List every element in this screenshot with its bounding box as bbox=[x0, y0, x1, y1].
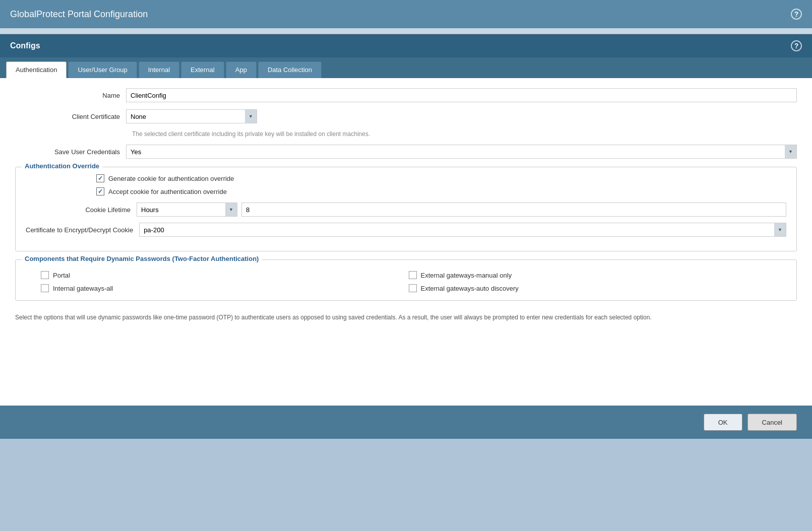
tab-bar: Authentication User/User Group Internal … bbox=[0, 57, 812, 78]
cert-encrypt-row: Certificate to Encrypt/Decrypt Cookie pa… bbox=[26, 223, 786, 237]
external-auto-row: External gateways-auto discovery bbox=[409, 284, 772, 292]
tab-external[interactable]: External bbox=[181, 61, 224, 78]
cert-encrypt-label: Certificate to Encrypt/Decrypt Cookie bbox=[26, 226, 139, 234]
dynamic-passwords-grid: Portal External gateways-manual only Int… bbox=[26, 271, 786, 292]
dialog-footer: OK Cancel bbox=[0, 406, 812, 439]
accept-cookie-label: Accept cookie for authentication overrid… bbox=[108, 188, 227, 195]
internal-gateways-label: Internal gateways-all bbox=[53, 285, 113, 292]
cancel-button[interactable]: Cancel bbox=[747, 414, 797, 431]
external-auto-checkbox[interactable] bbox=[409, 284, 417, 292]
dynamic-passwords-section: Components that Require Dynamic Password… bbox=[15, 259, 797, 301]
external-manual-row: External gateways-manual only bbox=[409, 271, 772, 279]
app-title: GlobalProtect Portal Configuration bbox=[10, 9, 148, 20]
save-user-cred-row: Save User Credentials Yes No bbox=[15, 145, 797, 159]
client-cert-select[interactable]: None bbox=[126, 109, 257, 123]
external-manual-label: External gateways-manual only bbox=[421, 272, 512, 279]
cert-encrypt-select[interactable]: pa-200 bbox=[139, 223, 786, 237]
title-help-icon[interactable]: ? bbox=[791, 9, 802, 20]
cookie-unit-select[interactable]: Hours Minutes Days bbox=[137, 203, 237, 217]
external-manual-checkbox[interactable] bbox=[409, 271, 417, 279]
tab-data-collection[interactable]: Data Collection bbox=[258, 61, 322, 78]
save-user-cred-select[interactable]: Yes No bbox=[126, 145, 797, 159]
save-user-cred-control: Yes No bbox=[126, 145, 797, 159]
cert-encrypt-control: pa-200 bbox=[139, 223, 786, 237]
ok-button[interactable]: OK bbox=[704, 414, 742, 431]
accept-cookie-row: Accept cookie for authentication overrid… bbox=[96, 187, 786, 195]
cookie-lifetime-label: Cookie Lifetime bbox=[26, 206, 137, 214]
configs-header: Configs ? bbox=[0, 34, 812, 57]
name-control bbox=[126, 88, 797, 102]
external-auto-label: External gateways-auto discovery bbox=[421, 285, 519, 292]
footer-note: Select the options that will use dynamic… bbox=[15, 309, 797, 326]
client-cert-control: None bbox=[126, 109, 797, 123]
portal-label: Portal bbox=[53, 272, 70, 279]
portal-row: Portal bbox=[41, 271, 404, 279]
configs-title: Configs bbox=[10, 41, 40, 50]
auth-override-title: Authentication Override bbox=[22, 162, 102, 170]
tab-authentication[interactable]: Authentication bbox=[6, 61, 67, 78]
title-bar: GlobalProtect Portal Configuration ? bbox=[0, 0, 812, 28]
cookie-controls: Hours Minutes Days bbox=[137, 203, 786, 217]
auth-override-section: Authentication Override Generate cookie … bbox=[15, 167, 797, 251]
generate-cookie-row: Generate cookie for authentication overr… bbox=[96, 174, 786, 182]
generate-cookie-checkbox[interactable] bbox=[96, 174, 104, 182]
cookie-lifetime-row: Cookie Lifetime Hours Minutes Days bbox=[26, 203, 786, 217]
client-cert-row: Client Certificate None bbox=[15, 109, 797, 123]
tab-app[interactable]: App bbox=[226, 61, 257, 78]
scrollbar-area bbox=[0, 28, 812, 34]
content-area: Name Client Certificate None The selecte… bbox=[0, 78, 812, 406]
client-cert-hint: The selected client certificate includin… bbox=[132, 130, 797, 138]
generate-cookie-label: Generate cookie for authentication overr… bbox=[108, 175, 234, 182]
internal-gateways-checkbox[interactable] bbox=[41, 284, 49, 292]
name-row: Name bbox=[15, 88, 797, 102]
portal-checkbox[interactable] bbox=[41, 271, 49, 279]
internal-gateways-row: Internal gateways-all bbox=[41, 284, 404, 292]
name-input[interactable] bbox=[126, 88, 797, 102]
save-user-cred-label: Save User Credentials bbox=[15, 148, 126, 156]
client-cert-label: Client Certificate bbox=[15, 113, 126, 120]
name-label: Name bbox=[15, 92, 126, 99]
configs-help-icon[interactable]: ? bbox=[791, 40, 802, 51]
dynamic-passwords-title: Components that Require Dynamic Password… bbox=[22, 255, 262, 262]
cookie-unit-wrapper: Hours Minutes Days bbox=[137, 203, 237, 217]
main-panel: Configs ? Authentication User/User Group… bbox=[0, 34, 812, 439]
tab-user-user-group[interactable]: User/User Group bbox=[68, 61, 137, 78]
tab-internal[interactable]: Internal bbox=[139, 61, 179, 78]
accept-cookie-checkbox[interactable] bbox=[96, 187, 104, 195]
cookie-value-input[interactable] bbox=[241, 203, 786, 217]
